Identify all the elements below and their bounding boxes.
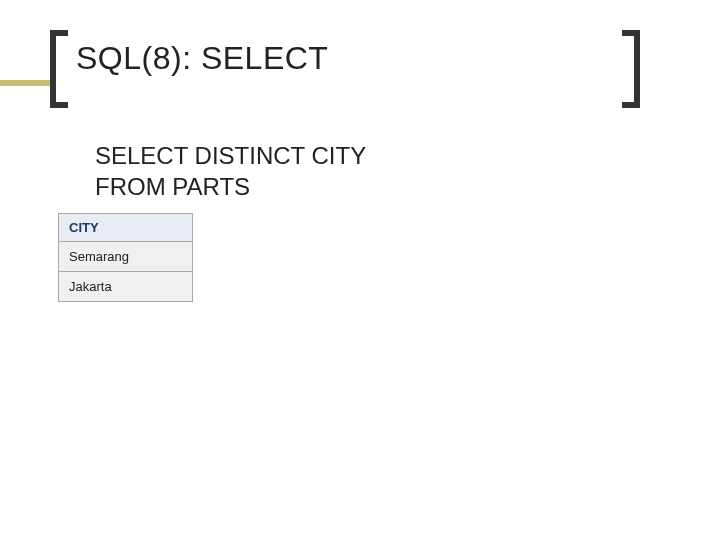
accent-line bbox=[0, 80, 50, 86]
table-row: Semarang bbox=[59, 242, 193, 272]
bracket-left bbox=[50, 30, 68, 108]
table-row: Jakarta bbox=[59, 272, 193, 302]
table-cell: Jakarta bbox=[59, 272, 193, 302]
sql-query-line-1: SELECT DISTINCT CITY bbox=[95, 140, 366, 171]
table-header-city: CITY bbox=[59, 214, 193, 242]
table-cell: Semarang bbox=[59, 242, 193, 272]
bracket-right bbox=[622, 30, 640, 108]
slide-content: SQL(8): SELECT SELECT DISTINCT CITY FROM… bbox=[0, 0, 720, 540]
sql-query-line-2: FROM PARTS bbox=[95, 171, 366, 202]
result-table: CITY Semarang Jakarta bbox=[58, 213, 193, 302]
table-header-row: CITY bbox=[59, 214, 193, 242]
slide-title: SQL(8): SELECT bbox=[76, 40, 328, 77]
sql-query: SELECT DISTINCT CITY FROM PARTS bbox=[95, 140, 366, 202]
